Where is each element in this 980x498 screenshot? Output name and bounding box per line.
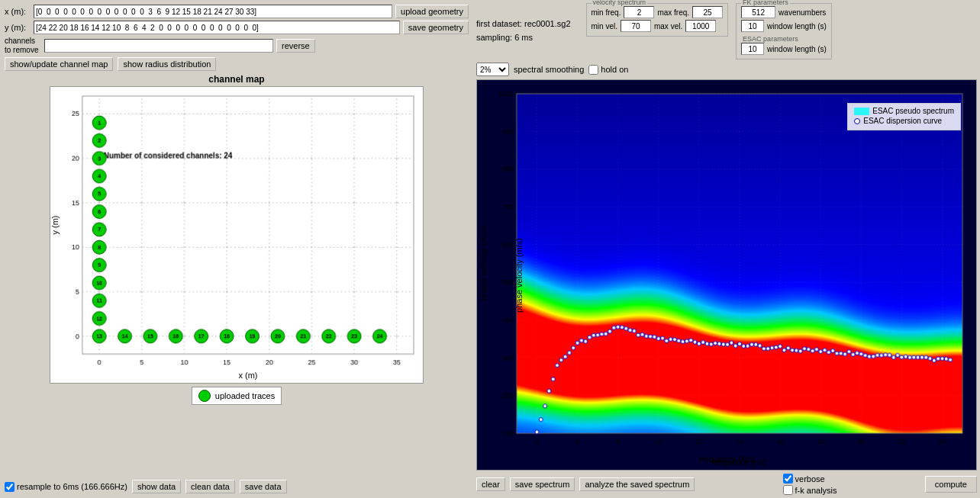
channel-map-title: channel map [208,74,264,85]
velocity-spectrum-title: velocity spectrum [592,0,648,6]
y-input[interactable] [34,21,400,34]
analyze-spectrum-button[interactable]: analyze the saved spectrum [579,477,695,491]
dataset-line1: first dataset: rec0001.sg2 [476,18,571,31]
esac-params-title: ESAC parameters [741,35,827,43]
min-freq-label: min freq. [592,8,621,17]
velocity-spectrum-box: velocity spectrum min freq. max freq. mi… [586,3,729,37]
legend-label: uploaded traces [215,391,275,400]
bottom-controls: resample to 6ms (166.666Hz) show data cl… [5,480,469,493]
spectrum-y-label: phase velocity (m/s) [514,238,524,313]
hold-on-checkbox[interactable] [588,65,598,75]
right-bottom-row: clear save spectrum analyze the saved sp… [476,474,977,495]
esac-disp-legend: ESAC dispersion curve [854,117,954,125]
compute-button[interactable]: compute [925,476,977,493]
max-vel-input[interactable] [685,20,716,32]
esac-pseudo-legend: ESAC pseudo spectrum [854,107,954,115]
window-length-fk-label: window length (s) [767,22,827,31]
wavenumbers-input[interactable] [741,6,775,18]
x-input[interactable] [34,5,392,18]
max-freq-label: max freq. [657,8,689,17]
verbose-label[interactable]: verbose [783,474,837,484]
esac-pseudo-label: ESAC pseudo spectrum [872,107,954,115]
channel-map-area: channel map y (m) x (m) uploaded traces [5,74,469,475]
clear-button[interactable]: clear [476,477,505,491]
right-panel: first dataset: rec0001.sg2 sampling: 6 m… [473,0,980,498]
min-vel-input[interactable] [621,20,651,32]
resample-checkbox[interactable] [5,482,15,492]
min-freq-input[interactable] [624,6,654,18]
verbose-section: verbose f-k analysis [783,474,837,495]
show-channel-map-button[interactable]: show/update channel map [5,57,113,71]
save-geometry-button[interactable]: save geometry [403,21,469,34]
max-vel-label: max vel. [654,22,682,31]
channel-map-plot: y (m) x (m) [50,86,424,384]
dataset-line2: sampling: 6 ms [476,31,571,45]
upload-geometry-button[interactable]: upload geometry [395,5,469,18]
fk-params-title: FK parameters [741,0,790,6]
fk-params-box: FK parameters wavenumbers window length … [736,3,832,59]
channel-legend: uploaded traces [192,387,282,405]
esac-pseudo-color [854,108,869,115]
verbose-checkbox[interactable] [783,474,793,484]
min-vel-label: min vel. [592,22,617,31]
wavenumbers-label: wavenumbers [779,8,826,17]
channels-label: channelsto remove [5,37,44,55]
esac-disp-label: ESAC dispersion curve [863,117,942,125]
show-data-button[interactable]: show data [132,480,181,493]
spectrum-legend: ESAC pseudo spectrum ESAC dispersion cur… [847,103,961,130]
spectrum-plot: ESAC pseudo spectrum ESAC dispersion cur… [476,79,977,471]
hold-on-label[interactable]: hold on [588,65,628,75]
fk-analysis-label[interactable]: f-k analysis [783,485,837,495]
max-freq-input[interactable] [692,6,723,18]
y-label: y (m): [5,23,34,32]
left-panel: x (m): upload geometry y (m): save geome… [0,0,473,498]
show-radius-button[interactable]: show radius distribution [118,57,216,71]
clean-data-button[interactable]: clean data [185,480,235,493]
x-label: x (m): [5,7,34,16]
resample-label[interactable]: resample to 6ms (166.666Hz) [5,482,127,492]
esac-disp-symbol [854,118,860,124]
fk-analysis-checkbox[interactable] [783,485,793,495]
reverse-button[interactable]: reverse [276,39,315,53]
channels-input[interactable] [44,39,273,53]
save-spectrum-button[interactable]: save spectrum [510,477,575,491]
spectral-row: 2%5%10% spectral smoothing hold on [476,63,977,76]
dataset-info: first dataset: rec0001.sg2 sampling: 6 m… [476,18,571,44]
window-length-esac-label: window length (s) [767,45,827,53]
legend-dot [198,390,211,402]
smoothing-label: spectral smoothing [514,65,584,74]
spectrum-x-label: frequency (Hz) [699,455,754,464]
save-data-button[interactable]: save data [240,480,287,493]
window-length-esac-input[interactable] [741,43,764,55]
smoothing-select[interactable]: 2%5%10% [476,63,509,76]
window-length-fk-input[interactable] [741,20,764,32]
